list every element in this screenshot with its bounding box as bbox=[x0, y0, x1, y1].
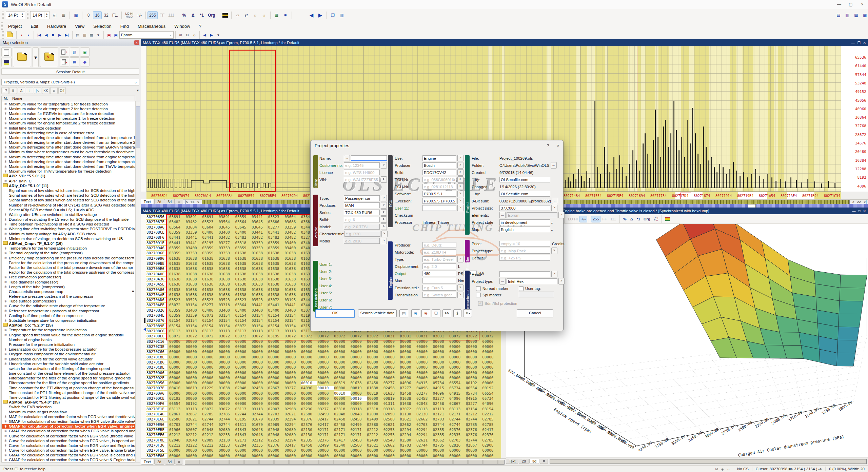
menu-selection[interactable]: Selection bbox=[89, 22, 116, 30]
cancel-button[interactable]: Cancel bbox=[517, 309, 553, 317]
layout-1-icon[interactable]: ▤ bbox=[834, 11, 843, 19]
checkbox-icon[interactable] bbox=[519, 286, 524, 291]
scope-combobox[interactable]: Projects, Versions & Maps: (Ctrl+Shift+F… bbox=[1, 79, 139, 85]
open-project-dropdown[interactable]: ▾ bbox=[33, 47, 39, 67]
layout-3-icon[interactable]: ▦ bbox=[852, 11, 861, 19]
field-input[interactable] bbox=[351, 155, 387, 161]
maximize-icon[interactable]: ▢ bbox=[845, 1, 856, 8]
search-vehicle-data-button[interactable]: Search vehicle data bbox=[358, 309, 397, 317]
tree-item[interactable]: ∗Maximum value for engine temperature 1 … bbox=[2, 116, 135, 121]
tree-item[interactable]: ∗Duration of evaluating the LS error for… bbox=[2, 217, 135, 222]
hilo-button[interactable]: LO HIHILO bbox=[123, 11, 135, 19]
download-vehicle-icon[interactable]: ◉ bbox=[411, 309, 420, 317]
field-input[interactable] bbox=[507, 278, 557, 284]
tree-item[interactable]: ∗Maximum defreezing time after start don… bbox=[2, 135, 135, 140]
nav-button[interactable]: < bbox=[196, 200, 200, 204]
mail-button[interactable]: ▤ bbox=[70, 57, 79, 66]
child-restore-icon[interactable]: ❐ bbox=[857, 41, 861, 45]
tree-item[interactable]: ∗Maximum value for air temperature 2 for… bbox=[2, 106, 135, 111]
hex-row[interactable]: 80270EE602212022120221202253018430204802… bbox=[146, 432, 501, 437]
colorbar-icon[interactable] bbox=[664, 216, 672, 222]
tree-folder[interactable]: ASMod_EGFlw: "5.4.0" (35) bbox=[2, 400, 135, 405]
tab-2d[interactable]: 2d bbox=[519, 459, 529, 464]
paste-data-icon[interactable]: ▤ bbox=[399, 309, 408, 317]
import-file-button[interactable]: ▸ bbox=[60, 57, 69, 66]
element-combobox[interactable]: Eprom⌄ bbox=[119, 31, 174, 39]
columns-icon[interactable]: ▦ bbox=[88, 32, 95, 38]
filter-axis-icon[interactable]: i. bbox=[26, 87, 33, 94]
tree-folder[interactable]: ASMod_Co: "5.2.0" (15) bbox=[2, 323, 135, 328]
width-16-button[interactable]: 16 bbox=[93, 11, 102, 19]
tree-item[interactable]: Reference pressure upstream of the compr… bbox=[2, 294, 135, 299]
swap-icon[interactable]: ⇄ bbox=[242, 11, 251, 19]
filter-kk-icon[interactable]: KK bbox=[42, 87, 50, 94]
hex-row[interactable]: 80270F3602212022220221202253022940233502… bbox=[146, 443, 501, 448]
mode-%-button[interactable]: % bbox=[622, 216, 628, 222]
expand-button[interactable]: > bbox=[558, 278, 565, 284]
marker-red-icon[interactable]: ▪ bbox=[18, 32, 25, 38]
mode-*1-button[interactable]: *1 bbox=[635, 216, 642, 222]
table-view-icon[interactable]: ▦ bbox=[59, 11, 68, 19]
hex-row[interactable]: 80270DF606554081920000000000000000000000… bbox=[146, 401, 501, 406]
nav-button[interactable]: > bbox=[851, 200, 856, 204]
field-input[interactable] bbox=[344, 162, 380, 168]
nav-last-icon[interactable]: ▶| bbox=[63, 32, 70, 38]
menu-[interactable]: ? bbox=[195, 22, 206, 30]
field-input[interactable] bbox=[499, 219, 550, 225]
child-maximize-icon[interactable]: □ bbox=[859, 209, 861, 213]
tree-item[interactable]: Factor for the calculation of the total … bbox=[2, 265, 135, 270]
list-icon[interactable]: ▤ bbox=[74, 32, 81, 38]
tab-=[interactable]: = bbox=[175, 459, 183, 465]
overview-strip[interactable] bbox=[185, 460, 505, 465]
expand-button[interactable]: > bbox=[381, 216, 387, 223]
hexdump-top-titlebar[interactable]: MAN TGX 480 EUR6 (MAN TGX 480 EUR6) as E… bbox=[141, 39, 868, 46]
field-input[interactable] bbox=[422, 155, 456, 161]
nav-stop-icon[interactable]: ■ bbox=[50, 32, 56, 38]
forward-icon[interactable]: ▶ bbox=[208, 32, 215, 38]
expand-button[interactable]: > bbox=[551, 205, 557, 211]
field-input[interactable] bbox=[344, 195, 380, 201]
filter-curve-icon[interactable]: |∿ bbox=[34, 87, 41, 94]
tree-item[interactable]: ∗Temperature for the temperature initial… bbox=[2, 246, 135, 251]
base-FF-button[interactable]: FF bbox=[158, 11, 166, 19]
tab-text[interactable]: Text bbox=[141, 459, 154, 465]
field-input[interactable] bbox=[499, 255, 550, 261]
user-tag-checkbox[interactable]: User tag: bbox=[519, 286, 541, 291]
fill-icon[interactable]: ■ bbox=[281, 11, 290, 19]
hex-row[interactable]: 80270D5600000000000000000000000000000000… bbox=[146, 380, 501, 386]
nav-button[interactable]: |< bbox=[183, 200, 189, 204]
map-next-icon[interactable]: ▶ bbox=[316, 11, 325, 19]
tree-item[interactable]: ∗Minimum battery voltage for ARly ADC SC… bbox=[2, 231, 135, 236]
expand-button[interactable]: > bbox=[457, 198, 463, 204]
tree-item[interactable]: ∗Tube diameter (compressor) bbox=[2, 279, 135, 284]
view-dropdown-icon[interactable]: ▾ bbox=[95, 32, 102, 38]
field-input[interactable] bbox=[344, 170, 380, 175]
column-name[interactable]: Name bbox=[10, 96, 135, 101]
child-close-icon[interactable]: ✕ bbox=[863, 41, 866, 45]
window-cascade-icon[interactable]: ❐ bbox=[329, 11, 337, 19]
tree-item[interactable]: Filterparameter for the filter of the en… bbox=[2, 380, 135, 385]
layout-2-icon[interactable]: ▥ bbox=[843, 11, 852, 19]
menu-find[interactable]: Find bbox=[116, 22, 133, 30]
field-input[interactable] bbox=[499, 205, 550, 211]
field-input[interactable] bbox=[422, 285, 456, 291]
tree-item[interactable]: ∗Initial time for freeze detection bbox=[2, 125, 135, 130]
panel-header[interactable]: Map selection x bbox=[0, 39, 141, 46]
tree-item[interactable]: ∗APP_rMin_C bbox=[2, 178, 135, 183]
tree-item[interactable]: ∗Linearization curve for the control val… bbox=[2, 356, 135, 361]
tree-item[interactable]: ∗Time between re-activations of HR if a … bbox=[2, 222, 135, 227]
mode-Org-button[interactable]: Org bbox=[206, 11, 217, 19]
sign-button[interactable]: +/- bbox=[579, 216, 587, 222]
hex-row[interactable]: 80270F0E02048020480208902130021710221202… bbox=[146, 437, 501, 442]
hilo-button[interactable]: LO HI bbox=[566, 216, 579, 222]
tab-=[interactable]: = bbox=[540, 459, 548, 464]
tree-item[interactable]: ∗Maximum value for engine temperature 2 … bbox=[2, 121, 135, 125]
expand-button[interactable]: > bbox=[457, 256, 463, 262]
tree-item[interactable]: ∗Engine speed threshold value for the de… bbox=[2, 332, 135, 337]
hex-row[interactable]: 80270C1600000000000000000000000000000000… bbox=[146, 339, 501, 344]
open-project-button[interactable]: ↷ bbox=[13, 47, 31, 67]
zoom-help-icon[interactable]: ⊘ bbox=[184, 32, 191, 38]
hex-row[interactable]: 80270EBE01966020070204802089018430204802… bbox=[146, 427, 501, 432]
base-111-button[interactable]: 111 bbox=[166, 11, 176, 19]
hint-icon[interactable]: ☼ bbox=[191, 32, 198, 38]
